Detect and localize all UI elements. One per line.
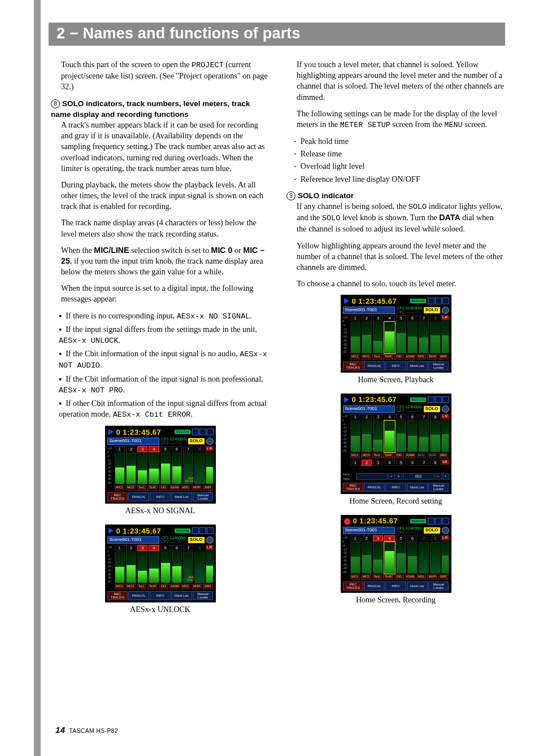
text: . xyxy=(123,385,125,394)
product-name: TASCAM HS-P82 xyxy=(69,727,118,734)
meter-setup-p: The following settings can be made for t… xyxy=(297,108,505,130)
text: selection switch is set to xyxy=(129,246,211,255)
text: Touch this part of the screen to open th… xyxy=(61,60,192,69)
screenshot-nosignal: 0 1:23:45.67REMAINScene001-T001CF1 124h0… xyxy=(105,426,216,504)
text: If the Cbit information of the input sig… xyxy=(66,349,240,358)
item9-p2: Yellow highlighting appears around the l… xyxy=(297,241,505,273)
text: . xyxy=(100,360,102,369)
text: or xyxy=(232,246,243,255)
code: AESx-x NO SIGNAL xyxy=(177,312,250,321)
column-right: If you touch a level meter, that channel… xyxy=(286,59,505,623)
text: . xyxy=(250,311,252,320)
digital-input-list: ▪ If there is no corresponding input, AE… xyxy=(51,311,270,421)
code: MENU xyxy=(444,121,462,129)
screenshot-recsetting: 0 1:23:45.67REMAINScene001-T001CF1 124h0… xyxy=(341,394,451,494)
page-footer: 14 TASCAM HS-P82 xyxy=(55,725,118,735)
text: If the Cbit information of the input sig… xyxy=(66,374,263,383)
li-refline: Reference level line display ON/OFF xyxy=(294,174,505,185)
code: AESx-x UNLOCK xyxy=(59,337,118,345)
caption-playback: Home Screen, Playback xyxy=(286,375,505,386)
item-9: 9SOLO indicator If any channel is being … xyxy=(286,190,505,290)
text: If the input signal differs from the set… xyxy=(66,325,257,334)
item8-p4: When the MIC/LINE selection switch is se… xyxy=(61,245,270,278)
chapter-title: 2 − Names and functions of parts xyxy=(56,25,497,42)
screenshot-playback: 0 1:23:45.67REMAINScene001-T001CF1 124h0… xyxy=(341,295,451,373)
circled-8: 8 xyxy=(51,99,60,108)
item8-p5: When the input source is set to a digita… xyxy=(61,283,270,304)
code: SOLO xyxy=(322,214,340,222)
caption-nosignal: AESx-x NO SIGNAL xyxy=(51,506,270,517)
chapter-header: 2 − Names and functions of parts xyxy=(49,23,505,46)
item8-p2: During playback, the meters show the pla… xyxy=(61,180,270,212)
li-notpro: ▪ If the Cbit information of the input s… xyxy=(59,374,270,396)
screenshot-recording: 0 1:23:45.67REMAINScene001-T001CF1 124h0… xyxy=(341,515,451,593)
li-release: Release time xyxy=(294,148,505,159)
item-9-heading: SOLO indicator xyxy=(298,191,354,200)
li-cbiterror: ▪ If other Cbit information of the input… xyxy=(59,398,270,420)
text: screen from the xyxy=(390,120,444,129)
li-unlock: ▪ If the input signal differs from the s… xyxy=(59,324,270,346)
code: AESx-x Cbit ERROR xyxy=(113,410,191,419)
caption-recsetting: Home Screen, Record setting xyxy=(286,496,505,507)
li-overload: Overload light level xyxy=(294,161,505,172)
micline-label: MIC/LINE xyxy=(94,246,129,255)
text: If any channel is being soloed, the xyxy=(297,202,408,211)
data-dial-label: DATA xyxy=(439,213,460,222)
left-rule xyxy=(34,0,41,756)
mic0-label: MIC 0 xyxy=(211,246,233,255)
code: AESx-x NOT PRO xyxy=(59,386,123,395)
text: , if you turn the input trim knob, the t… xyxy=(61,256,263,276)
text: screen. xyxy=(463,120,487,129)
solo-touch-p: If you touch a level meter, that channel… xyxy=(297,59,505,103)
text: . xyxy=(190,409,193,418)
item9-p3: To choose a channel to solo, touch its l… xyxy=(297,278,505,289)
item9-p1: If any channel is being soloed, the SOLO… xyxy=(297,201,505,235)
item-8: 8SOLO indicators, track numbers, level m… xyxy=(51,98,270,421)
item8-p1: A track's number appears black if it can… xyxy=(61,120,270,174)
caption-unlock: AESx-x UNLOCK xyxy=(51,605,270,615)
li-notaudio: ▪ If the Cbit information of the input s… xyxy=(59,348,270,371)
meter-setup-list: Peak hold time Release time Overload lig… xyxy=(286,136,505,185)
item8-p3: The track name display areas (4 characte… xyxy=(61,217,270,239)
item-8-heading: SOLO indicators, track numbers, level me… xyxy=(51,99,250,119)
code: SOLO xyxy=(408,203,427,211)
li-peakhold: Peak hold time xyxy=(294,136,505,147)
screenshot-unlock: 0 1:23:45.67REMAINScene001-T001CF1 124h0… xyxy=(105,525,216,602)
column-left: Touch this part of the screen to open th… xyxy=(51,59,270,623)
text: If there is no corresponding input, xyxy=(66,311,177,320)
li-nosignal: ▪ If there is no corresponding input, AE… xyxy=(59,311,270,322)
project-code: PROJECT xyxy=(192,61,224,69)
page-number: 14 xyxy=(55,725,65,735)
project-paragraph: Touch this part of the screen to open th… xyxy=(61,59,270,93)
code: METER SETUP xyxy=(340,121,390,129)
circled-9: 9 xyxy=(286,191,295,200)
text: level knob is shown. Turn the xyxy=(340,213,439,222)
text: When the xyxy=(61,246,94,255)
text: . xyxy=(118,335,120,344)
caption-recording: Home Screen, Recording xyxy=(286,595,505,606)
